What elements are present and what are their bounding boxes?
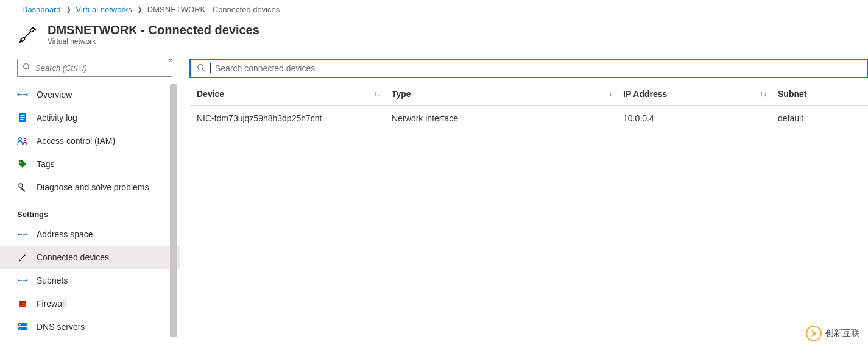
sidebar-item-label: DNS servers — [37, 322, 85, 332]
column-label: Type — [392, 89, 411, 99]
svg-point-9 — [24, 138, 26, 141]
content: Device ↑↓ Type ↑↓ IP Address ↑↓ Subnet N… — [180, 52, 868, 350]
sidebar-item-label: Diagnose and solve problems — [37, 182, 149, 192]
sidebar-item-label: Firewall — [37, 299, 66, 309]
watermark-text: 创新互联 — [825, 328, 859, 339]
sidebar-item-label: Access control (IAM) — [37, 136, 115, 146]
column-label: Subnet — [778, 89, 806, 99]
svg-rect-19 — [18, 323, 27, 326]
chevron-right-icon: ❯ — [66, 5, 71, 13]
sidebar-item-tags[interactable]: Tags — [0, 152, 180, 176]
svg-point-11 — [19, 184, 23, 187]
sidebar-item-activity-log[interactable]: Activity log — [0, 106, 180, 129]
scrollbar[interactable] — [168, 83, 180, 338]
sidebar-section-settings: Settings — [0, 199, 180, 223]
svg-rect-12 — [21, 188, 25, 192]
sidebar-item-label: Address space — [37, 229, 93, 239]
activity-log-icon — [17, 112, 28, 123]
svg-rect-5 — [21, 115, 25, 116]
svg-rect-16 — [19, 301, 23, 303]
svg-point-21 — [19, 324, 21, 326]
svg-point-22 — [19, 329, 21, 330]
sidebar-search-input[interactable] — [35, 63, 167, 73]
sidebar-item-address-space[interactable]: Address space — [0, 223, 180, 246]
svg-line-3 — [28, 68, 30, 70]
firewall-icon — [17, 298, 28, 309]
column-device[interactable]: Device ↑↓ — [197, 89, 392, 99]
search-icon — [23, 63, 30, 73]
page-subtitle: Virtual network — [48, 38, 259, 46]
watermark-logo-icon — [806, 326, 822, 341]
svg-point-23 — [198, 64, 203, 70]
sidebar-item-label: Connected devices — [37, 252, 109, 262]
sidebar-item-label: Tags — [37, 159, 55, 169]
table-row[interactable]: NIC-fdm73ujqz59h8h3dp25h7cnt Network int… — [189, 106, 868, 130]
overview-icon — [17, 89, 28, 100]
sidebar-item-label: Subnets — [37, 276, 68, 285]
svg-rect-18 — [21, 304, 24, 305]
column-label: Device — [197, 89, 224, 99]
sidebar-search[interactable] — [17, 59, 172, 77]
cell-type: Network interface — [392, 113, 623, 123]
sidebar: « Overview Activity log — [0, 52, 180, 350]
breadcrumb: Dashboard ❯ Virtual networks ❯ DMSNETWOR… — [0, 0, 868, 18]
svg-rect-20 — [18, 327, 27, 330]
sidebar-item-overview[interactable]: Overview — [0, 83, 180, 106]
breadcrumb-virtual-networks[interactable]: Virtual networks — [76, 5, 132, 14]
breadcrumb-current: DMSNETWORK - Connected devices — [147, 5, 280, 14]
column-type[interactable]: Type ↑↓ — [392, 89, 623, 99]
address-space-icon — [17, 229, 28, 240]
sidebar-item-dns-servers[interactable]: DNS servers — [0, 315, 180, 338]
chevron-right-icon: ❯ — [137, 5, 143, 13]
column-subnet[interactable]: Subnet — [778, 89, 861, 99]
cell-ip: 10.0.0.4 — [623, 113, 778, 123]
svg-point-2 — [24, 64, 29, 69]
sidebar-item-firewall[interactable]: Firewall — [0, 292, 180, 315]
svg-point-14 — [24, 254, 26, 256]
sidebar-item-diagnose[interactable]: Diagnose and solve problems — [0, 176, 180, 199]
subnets-icon — [17, 275, 28, 286]
connected-devices-icon — [17, 24, 38, 45]
sidebar-item-connected-devices[interactable]: Connected devices — [0, 246, 180, 269]
devices-search[interactable] — [189, 59, 868, 78]
access-control-icon — [17, 135, 28, 146]
devices-table: Device ↑↓ Type ↑↓ IP Address ↑↓ Subnet N… — [189, 82, 868, 130]
svg-point-8 — [19, 138, 22, 141]
collapse-sidebar-icon[interactable]: « — [168, 56, 172, 65]
table-header: Device ↑↓ Type ↑↓ IP Address ↑↓ Subnet — [189, 82, 868, 106]
sort-icon[interactable]: ↑↓ — [605, 90, 612, 98]
connected-devices-icon — [17, 252, 28, 263]
cell-device: NIC-fdm73ujqz59h8h3dp25h7cnt — [197, 113, 392, 123]
cell-subnet: default — [778, 113, 861, 123]
tags-icon — [17, 159, 28, 170]
page-title: DMSNETWORK - Connected devices — [48, 23, 259, 38]
dns-servers-icon — [17, 321, 28, 332]
diagnose-icon — [17, 182, 28, 193]
sort-icon[interactable]: ↑↓ — [760, 90, 767, 98]
column-ip-address[interactable]: IP Address ↑↓ — [623, 89, 778, 99]
svg-rect-6 — [21, 117, 25, 118]
svg-line-24 — [203, 69, 205, 71]
sort-icon[interactable]: ↑↓ — [373, 90, 381, 98]
watermark: 创新互联 — [806, 326, 859, 341]
column-label: IP Address — [623, 89, 667, 99]
text-cursor — [210, 63, 211, 73]
svg-point-13 — [19, 259, 21, 261]
devices-search-input[interactable] — [215, 63, 861, 73]
sidebar-item-label: Overview — [37, 90, 72, 99]
sidebar-item-access-control[interactable]: Access control (IAM) — [0, 129, 180, 152]
search-icon — [197, 63, 205, 74]
sidebar-item-label: Activity log — [37, 113, 77, 123]
sidebar-item-subnets[interactable]: Subnets — [0, 269, 180, 292]
svg-rect-7 — [21, 119, 24, 120]
page-header: DMSNETWORK - Connected devices Virtual n… — [0, 18, 868, 52]
svg-point-10 — [20, 162, 22, 163]
breadcrumb-dashboard[interactable]: Dashboard — [22, 5, 61, 14]
